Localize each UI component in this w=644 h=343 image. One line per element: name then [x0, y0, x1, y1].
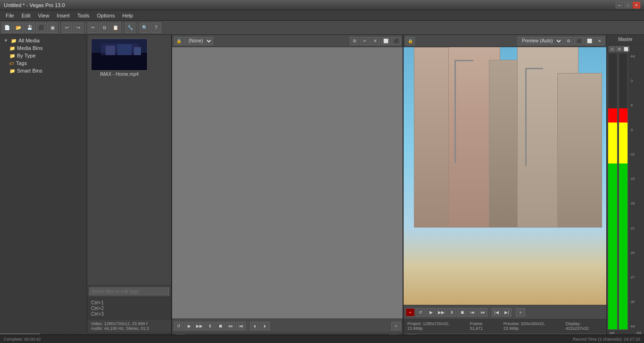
meter-l-green [608, 163, 617, 329]
preview-panel: 🔒 (None) ⚙ ✂ ✕ ⬜ ⬛ ↺ ▶ ▶▶ ⏸ ⏹ ⏭ ⏮ ⏴ ⏵ [172, 35, 404, 343]
preview-tool-2[interactable]: ✂ [360, 37, 370, 45]
right-lock-button[interactable]: 🔒 [405, 37, 415, 45]
menu-edit[interactable]: Edit [18, 12, 34, 19]
menu-view[interactable]: View [34, 12, 53, 19]
shortcut-3: Ctrl+3 [91, 311, 167, 317]
right-tool-2[interactable]: ⬛ [574, 37, 584, 45]
master-btn-3[interactable]: ⬜ [623, 46, 629, 52]
main-area: ▼ 📁 All Media 📁 Media Bins 📁 By Type 🏷 T… [0, 35, 644, 343]
right-tool-4[interactable]: ✕ [595, 37, 604, 45]
preview-content [404, 47, 606, 305]
preview-mark-out[interactable]: ⏵ [260, 322, 270, 330]
scale-inf: -Inf. [630, 55, 642, 58]
undo-button[interactable]: ↩ [62, 23, 72, 33]
main-play[interactable]: ▶ [426, 308, 436, 317]
preview-tool-1[interactable]: ⚙ [350, 37, 359, 45]
scale-27: -27 [630, 276, 642, 279]
tree-item-smart-bins[interactable]: 📁 Smart Bins [2, 67, 85, 74]
preview-lock-button[interactable]: 🔒 [174, 37, 183, 45]
open-button[interactable]: 📂 [13, 23, 24, 33]
preview-tool-3[interactable]: ⬜ [381, 37, 390, 45]
thumb-label: IMAX - Home.mp4 [100, 72, 139, 77]
tree-item-by-type[interactable]: 📁 By Type [2, 52, 85, 59]
tags-section [87, 285, 171, 297]
media-thumbnail-imax[interactable]: IMAX - Home.mp4 [91, 39, 148, 281]
main-next-frame[interactable]: ⏭ [478, 308, 487, 317]
preview-controls: ↺ ▶ ▶▶ ⏸ ⏹ ⏭ ⏮ ⏴ ⏵ » [172, 318, 403, 333]
cut-button[interactable]: ✂ [88, 23, 98, 33]
meter-r-red [619, 108, 628, 122]
media-content: IMAX - Home.mp4 Ctrl+1 Ctrl+2 Ctrl+3 Vid… [87, 35, 171, 333]
main-record[interactable]: ● [405, 308, 415, 317]
meter-r-green [619, 163, 628, 329]
status-complete: Complete: 00:00:42 [4, 337, 41, 342]
menu-insert[interactable]: Insert [53, 12, 74, 19]
main-stop[interactable]: ⏹ [457, 308, 467, 317]
main-play-fast[interactable]: ▶▶ [437, 308, 446, 317]
tags-input[interactable] [89, 287, 169, 295]
building-5 [557, 73, 602, 228]
master-title: Master [607, 35, 644, 44]
copy-button[interactable]: ⧉ [99, 23, 109, 33]
main-next-event[interactable]: ▶| [502, 308, 512, 317]
frame-info: Frame: 51,671 [470, 321, 496, 331]
master-meters-container: ⊙ ⚙ ⬜ -Inf. [607, 44, 644, 343]
svg-rect-3 [106, 46, 115, 55]
preview-pause[interactable]: ⏸ [205, 322, 215, 330]
main-more[interactable]: » [516, 308, 525, 317]
preview-auto-select[interactable]: Preview (Auto) [518, 37, 563, 45]
menu-options[interactable]: Options [93, 12, 119, 19]
paste-button[interactable]: 📋 [110, 23, 121, 33]
toolbar-sep-1 [59, 23, 60, 33]
controls-sep [248, 322, 248, 330]
right-tool-1[interactable]: ⚙ [564, 37, 573, 45]
thumb-image [91, 39, 148, 71]
preview-close[interactable]: ✕ [371, 37, 380, 45]
preview-next-frame[interactable]: ⏭ [226, 322, 235, 330]
new-button[interactable]: 📄 [2, 23, 12, 33]
main-rewind[interactable]: ↺ [416, 308, 425, 317]
menu-tools[interactable]: Tools [74, 12, 93, 19]
preview-mark-in[interactable]: ⏴ [250, 322, 259, 330]
scale-15: -15 [630, 177, 642, 180]
preview-source-select[interactable]: (None) [184, 37, 213, 45]
tree-label-smart-bins: Smart Bins [17, 68, 42, 74]
render-button[interactable]: ⬛ [36, 23, 46, 33]
redo-button[interactable]: ↪ [73, 23, 83, 33]
tree-item-all-media[interactable]: ▼ 📁 All Media [2, 37, 85, 44]
media-info: Video: 1280x720x12, 23.999 f Audio: 44,1… [87, 319, 171, 333]
maximize-button[interactable]: □ [624, 2, 632, 8]
close-button[interactable]: ✕ [633, 2, 640, 8]
video-info: Video: 1280x720x12, 23.999 f [91, 321, 167, 326]
left-panel: ▼ 📁 All Media 📁 Media Bins 📁 By Type 🏷 T… [0, 35, 172, 343]
preview-play[interactable]: ▶ [184, 322, 194, 330]
main-preview-video [404, 47, 606, 305]
save-button[interactable]: 💾 [25, 23, 35, 33]
folder-icon-all-media: 📁 [11, 38, 17, 43]
main-pause[interactable]: ⏸ [447, 308, 456, 317]
tree-item-tags[interactable]: 🏷 Tags [2, 59, 85, 67]
menu-help[interactable]: Help [118, 12, 137, 19]
preview-rewind[interactable]: ↺ [174, 322, 183, 330]
preview-stop[interactable]: ⏹ [215, 322, 225, 330]
main-prev-event[interactable]: |◀ [492, 308, 501, 317]
right-tool-3[interactable]: ⬜ [585, 37, 594, 45]
master-btn-1[interactable]: ⊙ [609, 46, 615, 52]
preview-tool-4[interactable]: ⬛ [391, 37, 401, 45]
preview-prev-frame[interactable]: ⏮ [236, 322, 246, 330]
main-preview-controls: ● ↺ ▶ ▶▶ ⏸ ⏹ ⏮ ⏭ |◀ ▶| » [404, 305, 606, 319]
menu-file[interactable]: File [2, 12, 18, 19]
main-prev-frame[interactable]: ⏮ [468, 308, 477, 317]
main-sep-2 [513, 309, 514, 316]
master-btn-2[interactable]: ⚙ [616, 46, 622, 52]
tree-item-media-bins[interactable]: 📁 Media Bins [2, 44, 85, 52]
render2-button[interactable]: ▣ [47, 23, 58, 33]
preview-more[interactable]: » [391, 322, 401, 330]
explorer-button[interactable]: 🔍 [140, 23, 150, 33]
preview-play-loop[interactable]: ▶▶ [195, 322, 204, 330]
help-toolbar-button[interactable]: ? [151, 23, 161, 33]
meter-l-yellow [608, 122, 617, 164]
properties-button[interactable]: 🔧 [125, 23, 135, 33]
minimize-button[interactable]: ─ [616, 2, 623, 8]
main-sep [489, 309, 490, 316]
